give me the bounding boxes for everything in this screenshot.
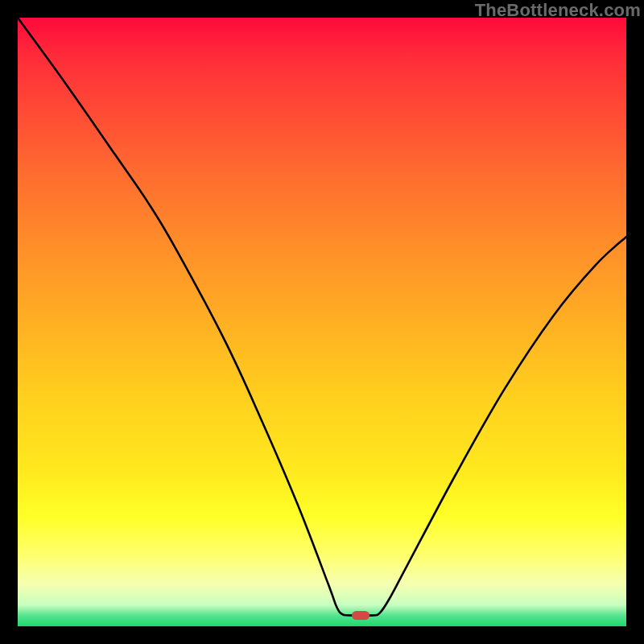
bottleneck-curve — [18, 18, 626, 626]
chart-frame: TheBottleneck.com — [0, 0, 644, 644]
optimal-marker — [352, 611, 369, 620]
plot-area — [18, 18, 626, 626]
watermark-text: TheBottleneck.com — [475, 0, 641, 21]
